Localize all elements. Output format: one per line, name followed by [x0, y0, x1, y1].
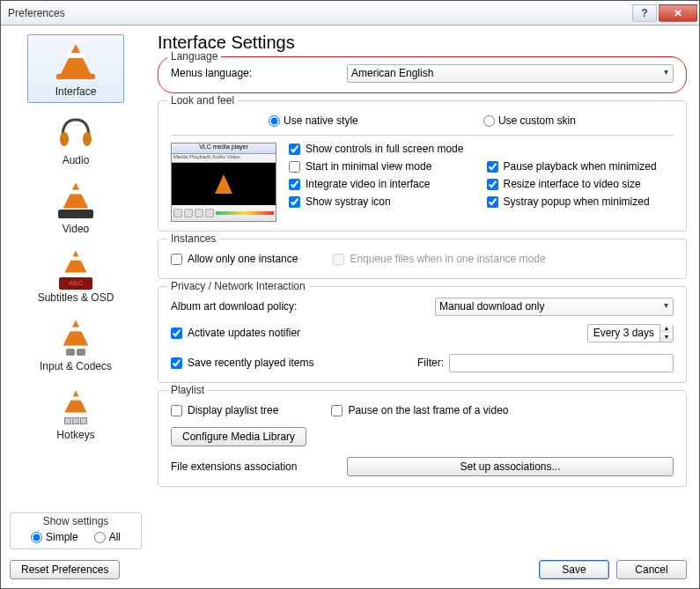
spinner-up-icon[interactable]: ▲	[660, 324, 673, 333]
dialog-footer: Reset Preferences Save Cancel	[1, 555, 699, 588]
save-recent-check[interactable]: Save recently played items	[171, 357, 417, 369]
privacy-group: Privacy / Network Interaction Album art …	[158, 286, 687, 383]
show-systray-check[interactable]: Show systray icon	[289, 195, 476, 208]
updates-interval-spinner[interactable]: Every 3 days ▲▼	[587, 324, 674, 342]
sidebar-item-label: Interface	[55, 85, 97, 98]
codecs-icon	[51, 314, 100, 358]
look-and-feel-group: Look and feel Use native style Use custo…	[158, 100, 687, 232]
group-legend: Look and feel	[167, 94, 238, 107]
film-icon	[51, 177, 100, 221]
close-button[interactable]: ✕	[659, 4, 697, 22]
group-legend: Language	[167, 50, 221, 63]
updates-notifier-check[interactable]: Activate updates notifier	[171, 327, 435, 339]
album-art-label: Album art download policy:	[171, 300, 435, 313]
sidebar-item-subtitles[interactable]: ABC Subtitles & OSD	[27, 240, 124, 309]
headphones-icon	[51, 108, 100, 152]
native-style-radio[interactable]: Use native style	[269, 114, 358, 127]
integrate-video-check[interactable]: Integrate video in interface	[289, 178, 476, 190]
pause-last-frame-check[interactable]: Pause on the last frame of a video	[331, 404, 508, 416]
sidebar-item-label: Video	[63, 223, 89, 235]
menus-language-select[interactable]: American English	[347, 64, 674, 83]
show-settings-box: Show settings Simple All	[10, 512, 142, 549]
display-playlist-tree-check[interactable]: Display playlist tree	[171, 404, 278, 416]
sidebar-item-label: Audio	[63, 154, 90, 166]
spinner-down-icon[interactable]: ▼	[660, 333, 673, 342]
sidebar-item-label: Subtitles & OSD	[38, 291, 114, 304]
allow-one-instance-check[interactable]: Allow only one instance	[171, 253, 298, 265]
sidebar-item-input-codecs[interactable]: Input & Codecs	[27, 309, 124, 378]
group-legend: Playlist	[167, 384, 208, 396]
playlist-group: Playlist Display playlist tree Pause on …	[158, 390, 687, 487]
window-title: Preferences	[8, 7, 632, 19]
reset-preferences-button[interactable]: Reset Preferences	[10, 560, 120, 579]
group-legend: Privacy / Network Interaction	[167, 280, 309, 292]
show-settings-label: Show settings	[18, 515, 134, 527]
sidebar-item-label: Hotkeys	[56, 429, 94, 441]
sidebar-item-audio[interactable]: Audio	[27, 103, 124, 172]
show-settings-all[interactable]: All	[94, 531, 121, 543]
enqueue-files-check: Enqueue files when in one instance mode	[333, 253, 545, 265]
systray-popup-check[interactable]: Systray popup when minimized	[487, 195, 674, 208]
pause-minimized-check[interactable]: Pause playback when minimized	[487, 160, 674, 173]
cancel-button[interactable]: Cancel	[616, 560, 687, 579]
page-title: Interface Settings	[158, 33, 687, 53]
category-sidebar: Interface Audio Video ABC Subtitles & OS…	[1, 26, 151, 555]
language-group: Language Menus language: American Englis…	[158, 56, 687, 93]
custom-skin-radio[interactable]: Use custom skin	[483, 114, 576, 127]
hotkeys-icon	[51, 383, 100, 427]
group-legend: Instances	[167, 232, 219, 245]
file-ext-label: File extensions association	[171, 460, 347, 473]
svg-point-1	[83, 132, 92, 146]
help-button[interactable]: ?	[632, 4, 657, 22]
sidebar-item-label: Input & Codecs	[40, 360, 112, 372]
save-button[interactable]: Save	[539, 560, 609, 579]
sidebar-item-interface[interactable]: Interface	[27, 34, 124, 103]
show-settings-simple[interactable]: Simple	[31, 531, 78, 543]
filter-label: Filter:	[417, 357, 444, 369]
start-minimal-check[interactable]: Start in minimal view mode	[289, 160, 476, 173]
filter-input[interactable]	[449, 354, 674, 372]
sidebar-item-video[interactable]: Video	[27, 172, 124, 240]
cone-icon	[51, 40, 100, 84]
menus-language-label: Menus language:	[171, 67, 347, 79]
svg-point-0	[60, 132, 69, 146]
resize-interface-check[interactable]: Resize interface to video size	[487, 178, 674, 190]
setup-associations-button[interactable]: Set up associations...	[347, 457, 674, 476]
show-controls-check[interactable]: Show controls in full screen mode	[289, 143, 476, 155]
subtitles-icon: ABC	[51, 246, 100, 290]
album-art-select[interactable]: Manual download only	[435, 298, 674, 316]
instances-group: Instances Allow only one instance Enqueu…	[158, 239, 687, 279]
sidebar-item-hotkeys[interactable]: Hotkeys	[27, 378, 124, 446]
title-bar: Preferences ? ✕	[1, 1, 699, 26]
preview-thumbnail: VLC media player Media Playback Audio Vi…	[171, 143, 276, 222]
configure-media-library-button[interactable]: Configure Media Library	[171, 427, 306, 446]
